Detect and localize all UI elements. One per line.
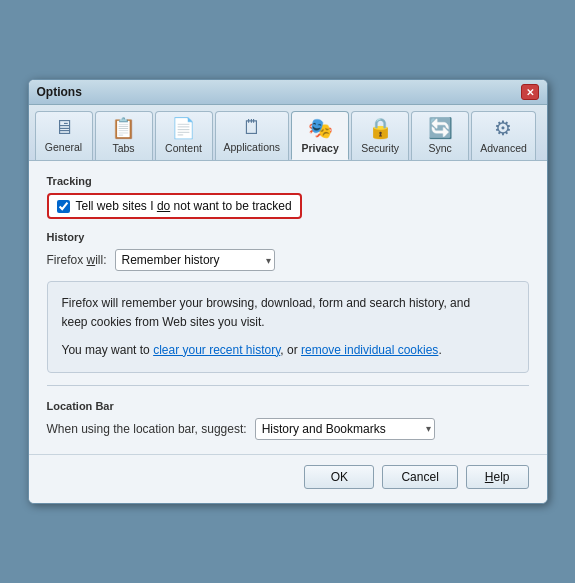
security-icon xyxy=(368,116,393,140)
tracking-label: Tell web sites I do not want to be track… xyxy=(76,199,292,213)
close-button[interactable]: ✕ xyxy=(521,84,539,100)
tab-privacy[interactable]: Privacy xyxy=(291,111,349,160)
firefox-will-label: Firefox will: xyxy=(47,253,107,267)
location-row: When using the location bar, suggest: Hi… xyxy=(47,418,529,440)
sync-icon xyxy=(428,116,453,140)
cancel-button[interactable]: Cancel xyxy=(382,465,457,489)
tab-applications[interactable]: Applications xyxy=(215,111,290,160)
tracking-box: Tell web sites I do not want to be track… xyxy=(47,193,302,219)
content-area: Tracking Tell web sites I do not want to… xyxy=(29,161,547,454)
privacy-icon xyxy=(308,116,333,140)
tab-tabs[interactable]: Tabs xyxy=(95,111,153,160)
location-section-label: Location Bar xyxy=(47,400,529,412)
ok-button[interactable]: OK xyxy=(304,465,374,489)
content-icon xyxy=(171,116,196,140)
tabs-bar: General Tabs Content Applications Privac… xyxy=(29,105,547,161)
tab-content-label: Content xyxy=(165,142,202,154)
history-row: Firefox will: Remember history Never rem… xyxy=(47,249,529,271)
help-button[interactable]: Help xyxy=(466,465,529,489)
bottom-bar: OK Cancel Help xyxy=(29,454,547,503)
tab-advanced[interactable]: Advanced xyxy=(471,111,536,160)
location-select-wrapper: History and Bookmarks History Bookmarks … xyxy=(255,418,435,440)
tab-sync[interactable]: Sync xyxy=(411,111,469,160)
tracking-checkbox[interactable] xyxy=(57,200,70,213)
info-box: Firefox will remember your browsing, dow… xyxy=(47,281,529,373)
info-line-1: Firefox will remember your browsing, dow… xyxy=(62,294,514,332)
tracking-section-label: Tracking xyxy=(47,175,529,187)
info-line-2: You may want to clear your recent histor… xyxy=(62,341,514,360)
tab-sync-label: Sync xyxy=(428,142,451,154)
tab-advanced-label: Advanced xyxy=(480,142,527,154)
applications-icon xyxy=(242,116,262,139)
tab-security[interactable]: Security xyxy=(351,111,409,160)
location-label: When using the location bar, suggest: xyxy=(47,422,247,436)
tab-tabs-label: Tabs xyxy=(112,142,134,154)
tab-general[interactable]: General xyxy=(35,111,93,160)
location-select[interactable]: History and Bookmarks History Bookmarks … xyxy=(255,418,435,440)
clear-history-link[interactable]: clear your recent history xyxy=(153,343,280,357)
tab-security-label: Security xyxy=(361,142,399,154)
title-bar: Options ✕ xyxy=(29,80,547,105)
tab-content[interactable]: Content xyxy=(155,111,213,160)
tabs-icon xyxy=(111,116,136,140)
history-section: History Firefox will: Remember history N… xyxy=(47,231,529,271)
tab-privacy-label: Privacy xyxy=(301,142,338,154)
remove-cookies-link[interactable]: remove individual cookies xyxy=(301,343,438,357)
window-title: Options xyxy=(37,85,82,99)
location-section: Location Bar When using the location bar… xyxy=(47,400,529,440)
tab-applications-label: Applications xyxy=(224,141,281,153)
advanced-icon xyxy=(494,116,512,140)
history-section-label: History xyxy=(47,231,529,243)
general-icon xyxy=(54,116,74,139)
history-select-wrapper: Remember history Never remember history … xyxy=(115,249,275,271)
options-window: Options ✕ General Tabs Content Applicati… xyxy=(28,79,548,504)
tab-general-label: General xyxy=(45,141,82,153)
divider xyxy=(47,385,529,386)
history-select[interactable]: Remember history Never remember history … xyxy=(115,249,275,271)
